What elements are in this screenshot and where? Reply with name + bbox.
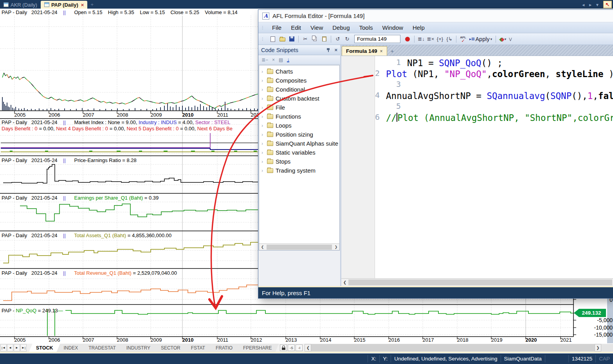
code-lines[interactable]: 1NP1 = SQNP_QoQ() ;2Plot (NP1, "NP_QoQ",… xyxy=(375,56,613,278)
snippet-folder-loops[interactable]: ›Loops xyxy=(259,121,339,130)
expand-chevron-icon[interactable]: › xyxy=(261,150,265,155)
new-file-button[interactable] xyxy=(269,35,277,43)
close-panel-icon[interactable]: × xyxy=(334,47,337,53)
next-sheet-button[interactable]: ► xyxy=(14,344,20,351)
code-line-4[interactable]: 4AnnualAvgShortNP = SQannualavg(SQNP(),1… xyxy=(410,90,613,101)
menu-tools[interactable]: Tools xyxy=(354,23,377,32)
expand-chevron-icon[interactable]: › xyxy=(261,123,265,128)
sheet-tab-tradestat[interactable]: TRADESTAT xyxy=(81,344,123,352)
open-file-button[interactable] xyxy=(278,35,286,43)
pointer-tool-button[interactable]: ↖ xyxy=(603,1,612,8)
copy-button[interactable] xyxy=(311,35,319,43)
first-sheet-button[interactable]: |◄ xyxy=(0,344,7,351)
last-sheet-button[interactable]: ►| xyxy=(20,344,27,351)
sheet-tab-fstat[interactable]: FSTAT xyxy=(184,344,212,352)
pin-icon[interactable] xyxy=(326,48,330,52)
expand-chevron-icon[interactable]: › xyxy=(261,78,265,83)
tab-list-dropdown-icon[interactable]: ▼ xyxy=(595,3,599,9)
surround-braces-button[interactable]: {↳ xyxy=(445,35,453,43)
code-line-1[interactable]: 1NP1 = SQNP_QoQ() ; xyxy=(410,58,613,68)
scroll-tabs-left-icon[interactable]: ◄ xyxy=(581,3,585,9)
toolbar-overflow-icon[interactable]: ⋁ xyxy=(509,37,512,41)
code-text[interactable]: NP1 = SQNP_QoQ() ; xyxy=(407,58,503,68)
cut-button[interactable]: ✂ xyxy=(301,35,309,43)
snippet-folder-trading-system[interactable]: ›Trading system xyxy=(259,166,339,175)
code-line-5[interactable]: 5 xyxy=(410,101,613,112)
save-file-button[interactable] xyxy=(288,35,296,43)
expand-chevron-icon[interactable]: › xyxy=(261,105,265,110)
sheet-tab-index[interactable]: INDEX xyxy=(57,344,85,352)
expand-chevron-icon[interactable]: › xyxy=(261,114,265,119)
sheet-tab-industry[interactable]: INDUSTRY xyxy=(119,344,157,352)
insert-snippet-button[interactable]: {+} xyxy=(436,35,444,43)
close-tab-icon[interactable]: × xyxy=(81,2,84,8)
formula-name-combo[interactable]: Formula 149 xyxy=(354,35,400,43)
code-hscrollbar[interactable]: ❮ xyxy=(341,278,613,286)
code-line-3[interactable]: 3 xyxy=(410,79,613,90)
snippets-hscrollbar[interactable]: ❮ ❯ xyxy=(259,243,339,250)
sort-lines-button[interactable]: ≣↓ xyxy=(417,35,425,43)
download-snippets-icon[interactable]: ↓ xyxy=(287,58,289,62)
scrollbar-track[interactable] xyxy=(267,245,332,250)
new-tab-icon[interactable]: + xyxy=(90,2,94,9)
snippets-header[interactable]: Code Snippets × xyxy=(258,45,340,55)
menu-window[interactable]: Window xyxy=(378,23,408,32)
snippet-folder-composites[interactable]: ›Composites xyxy=(259,76,339,85)
chart-scroll-right-icon[interactable]: ❯ xyxy=(595,344,601,351)
formula-tab[interactable]: Formula 149 × xyxy=(342,46,387,56)
expand-chevron-icon[interactable]: › xyxy=(261,87,265,92)
code-text[interactable]: AnnualAvgShortNP = SQannualavg(SQNP(),1,… xyxy=(386,90,613,101)
menu-view[interactable]: View xyxy=(306,23,328,32)
sheet-tab-stock[interactable]: STOCK xyxy=(29,344,60,352)
lock-button[interactable] xyxy=(280,344,287,351)
snippet-folder-static-variables[interactable]: ›Static variables xyxy=(259,148,339,157)
scroll-left-icon[interactable]: ❮ xyxy=(341,280,348,285)
sheet-tab-fpershare[interactable]: FPERSHARE xyxy=(236,344,279,352)
menu-help[interactable]: Help xyxy=(408,23,429,32)
delete-snippet-icon[interactable]: × xyxy=(272,57,275,63)
snippet-folder-position-sizing[interactable]: ›Position sizing xyxy=(259,130,339,139)
scrollbar-track[interactable] xyxy=(348,279,612,285)
expand-chevron-icon[interactable]: › xyxy=(261,96,265,101)
paste-button[interactable] xyxy=(320,35,328,43)
expand-chevron-icon[interactable]: › xyxy=(261,159,265,164)
redo-button[interactable]: ↻ xyxy=(343,35,351,43)
prev-sheet-button[interactable]: ◄ xyxy=(7,344,13,351)
verify-syntax-button[interactable]: AFL✓ xyxy=(459,35,467,43)
scroll-left-icon[interactable]: ❮ xyxy=(259,245,266,249)
chart-scrollbar[interactable] xyxy=(311,344,595,351)
sheet-tab-sector[interactable]: SECTOR xyxy=(154,344,188,352)
float-tab-icon[interactable]: ✦ xyxy=(390,49,395,56)
snippet-folder-conditional[interactable]: ›Conditional xyxy=(259,85,339,94)
code-text[interactable]: Plot (NP1, "NP_QoQ",colorGreen, styleLin… xyxy=(386,68,613,79)
snippet-folder-charts[interactable]: ›Charts xyxy=(259,67,339,76)
code-text[interactable]: //Plot (AnnualAvgShortNP, "ShortNP",colo… xyxy=(386,112,613,123)
scroll-right-icon[interactable]: ❯ xyxy=(333,245,339,249)
doc-tab-pap[interactable]: PAP (Daily) × xyxy=(41,1,87,9)
code-editor[interactable]: 1NP1 = SQNP_QoQ() ;2Plot (NP1, "NP_QoQ",… xyxy=(341,56,613,278)
menu-edit[interactable]: Edit xyxy=(286,23,306,32)
code-line-6[interactable]: 6//Plot (AnnualAvgShortNP, "ShortNP",col… xyxy=(410,112,613,123)
snippet-folder-custom-backtest[interactable]: ›Custom backtest xyxy=(259,94,339,103)
snippet-properties-icon[interactable]: ▤ xyxy=(279,57,283,63)
snippet-folder-functions[interactable]: ›Functions xyxy=(259,112,339,121)
editor-title-bar[interactable]: A AFL Formula Editor - [Formula 149] xyxy=(258,10,613,22)
scale-i-button[interactable]: -I xyxy=(296,344,303,351)
chart-scroll-left-icon[interactable]: ❮ xyxy=(305,344,311,351)
apply-indicator-button[interactable]: ▸⊠ Apply ▾ xyxy=(469,36,493,42)
snippet-folder-siamquant-alphas-suite[interactable]: ›SiamQuant Alphas suite xyxy=(259,139,339,148)
close-formula-icon[interactable]: × xyxy=(380,49,383,54)
snippet-folder-file[interactable]: ›File xyxy=(259,103,339,112)
expand-chevron-icon[interactable]: › xyxy=(261,69,265,74)
scale-s-button[interactable]: -S xyxy=(288,344,295,351)
record-button[interactable] xyxy=(404,35,411,43)
collapse-all-icon[interactable]: ≣− xyxy=(261,57,268,63)
expand-chevron-icon[interactable]: › xyxy=(261,168,265,173)
expand-chevron-icon[interactable]: › xyxy=(261,141,265,146)
sheet-tab-fratio[interactable]: FRATIO xyxy=(209,344,240,352)
color-picker-button[interactable]: ◆◆▾ xyxy=(499,35,507,43)
code-line-2[interactable]: 2Plot (NP1, "NP_QoQ",colorGreen, styleLi… xyxy=(410,68,613,79)
snippet-folder-stops[interactable]: ›Stops xyxy=(259,157,339,166)
scroll-tabs-right-icon[interactable]: ► xyxy=(588,3,592,9)
undo-button[interactable]: ↺ xyxy=(334,35,342,43)
